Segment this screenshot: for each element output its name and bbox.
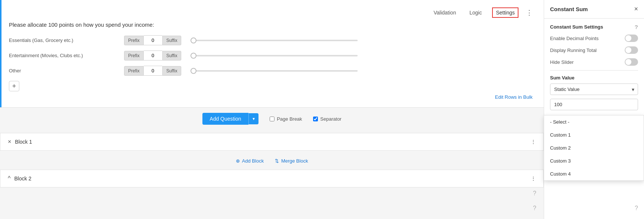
more-options-icon[interactable]: ⋮ (526, 9, 533, 17)
enable-decimal-toggle[interactable] (625, 35, 638, 42)
add-block-button[interactable]: ⊕ Add Block (236, 158, 264, 164)
merge-block-label: Merge Block (281, 158, 308, 164)
enable-decimal-label: Enable Decimal Points (550, 36, 599, 41)
block-2-collapse-icon[interactable]: ^ (8, 175, 11, 182)
add-question-dropdown-arrow[interactable]: ▾ (248, 113, 258, 124)
question-text: Please allocate 100 points on how you sp… (9, 22, 533, 28)
settings-help-icon[interactable]: ? (635, 24, 638, 30)
slider-thumb-2[interactable] (191, 53, 196, 59)
block-2-section: ^ Block 2 ⋮ (0, 170, 544, 187)
sidebar-header: Constant Sum × (544, 0, 644, 19)
question-block: Validation Logic Settings ⋮ Please alloc… (0, 0, 544, 107)
block-1-title: Block 1 (15, 139, 32, 145)
bottom-help-icon[interactable]: ? (635, 205, 638, 212)
row-controls-1: Prefix Suffix (124, 35, 181, 45)
prefix-btn-3[interactable]: Prefix (124, 66, 144, 76)
slider-container-1 (191, 40, 533, 41)
edit-rows-link[interactable]: Edit Rows in Bulk (9, 94, 533, 100)
add-row-button[interactable]: + (9, 81, 19, 91)
slider-container-3 (191, 70, 533, 72)
value-input-1[interactable] (144, 35, 162, 45)
dropdown-option-custom3[interactable]: Custom 3 (544, 154, 644, 167)
value-input-2[interactable] (144, 50, 162, 61)
slider-track-2[interactable] (191, 55, 358, 56)
page-break-label: Page Break (277, 116, 302, 122)
row-item-3: Other Prefix Suffix (9, 66, 533, 76)
dropdown-option-custom4[interactable]: Custom 4 (544, 167, 644, 180)
slider-thumb-1[interactable] (191, 37, 196, 43)
suffix-btn-2[interactable]: Suffix (162, 51, 182, 61)
row-label-1: Essentials (Gas, Grocery etc.) (9, 37, 120, 43)
row-controls-2: Prefix Suffix (124, 50, 181, 61)
block-1-collapse-icon[interactable]: × (8, 138, 11, 145)
close-button[interactable]: × (634, 5, 638, 13)
enable-decimal-row: Enable Decimal Points (550, 35, 638, 42)
add-block-label: Add Block (242, 158, 264, 164)
settings-section-label: Constant Sum Settings ? (550, 24, 638, 30)
row-item-1: Essentials (Gas, Grocery etc.) Prefix Su… (9, 35, 533, 45)
hide-slider-label: Hide Slider (550, 59, 574, 65)
sum-value-dropdown[interactable]: Static Value Dynamic Value (550, 84, 638, 95)
row-label-2: Entertainment (Movies, Clubs etc.) (9, 53, 120, 58)
suffix-btn-1[interactable]: Suffix (162, 36, 182, 45)
sum-value-select-wrapper: Static Value Dynamic Value (550, 84, 638, 95)
bottom-help-icon-2[interactable]: ? (533, 205, 536, 212)
divider-1 (550, 70, 638, 71)
page-break-checkbox[interactable] (270, 117, 274, 121)
hide-slider-row: Hide Slider (550, 58, 638, 66)
merge-block-button[interactable]: ⇅ Merge Block (275, 158, 308, 164)
dropdown-option-custom1[interactable]: Custom 1 (544, 128, 644, 141)
dropdown-overlay: - Select - Custom 1 Custom 2 Custom 3 Cu… (544, 115, 644, 181)
display-running-toggle[interactable] (625, 46, 638, 54)
tab-logic[interactable]: Logic (466, 8, 485, 17)
add-question-btn-group: Add Question ▾ (202, 113, 259, 125)
dropdown-option-select[interactable]: - Select - (544, 115, 644, 128)
prefix-btn-2[interactable]: Prefix (124, 51, 144, 61)
block-1-more-icon[interactable]: ⋮ (531, 139, 536, 145)
block-2-title: Block 2 (14, 176, 32, 182)
merge-block-icon: ⇅ (275, 158, 279, 164)
add-question-button[interactable]: Add Question (202, 113, 249, 125)
tab-bar-header: Validation Logic Settings ⋮ (9, 7, 533, 18)
add-block-icon: ⊕ (236, 158, 240, 164)
block-1-title-area: × Block 1 (8, 138, 32, 145)
sum-value-label: Sum Value (550, 75, 638, 81)
page-break-option[interactable]: Page Break (270, 116, 302, 122)
add-question-bar: Add Question ▾ Page Break Separator (0, 107, 544, 130)
tab-validation[interactable]: Validation (430, 8, 459, 17)
row-label-3: Other (9, 68, 120, 73)
row-controls-3: Prefix Suffix (124, 66, 181, 76)
right-sidebar: Constant Sum × Constant Sum Settings ? E… (544, 0, 644, 219)
slider-track-1[interactable] (191, 40, 358, 41)
separator-option[interactable]: Separator (313, 116, 341, 122)
slider-container-2 (191, 55, 533, 56)
hide-slider-toggle[interactable] (625, 58, 638, 66)
sum-value-input[interactable] (550, 99, 638, 110)
block-1-section: × Block 1 ⋮ (0, 133, 544, 151)
display-running-label: Display Running Total (550, 48, 597, 53)
slider-thumb-3[interactable] (191, 68, 196, 74)
tab-settings[interactable]: Settings (492, 7, 518, 18)
dropdown-option-custom2[interactable]: Custom 2 (544, 141, 644, 154)
block-2-more-icon[interactable]: ⋮ (531, 176, 536, 182)
display-running-row: Display Running Total (550, 46, 638, 54)
slider-track-3[interactable] (191, 70, 358, 72)
sidebar-title: Constant Sum (550, 6, 588, 12)
sum-value-section: Sum Value Static Value Dynamic Value (550, 75, 638, 114)
separator-checkbox[interactable] (313, 117, 318, 121)
separator-label: Separator (320, 116, 341, 122)
row-item-2: Entertainment (Movies, Clubs etc.) Prefi… (9, 50, 533, 61)
prefix-btn-1[interactable]: Prefix (124, 36, 144, 45)
value-input-3[interactable] (144, 66, 162, 76)
suffix-btn-3[interactable]: Suffix (162, 66, 182, 76)
bottom-help-icon-3[interactable]: ? (533, 190, 536, 197)
block-2-title-area: ^ Block 2 (8, 175, 31, 182)
add-merge-bar: ⊕ Add Block ⇅ Merge Block (0, 154, 544, 168)
